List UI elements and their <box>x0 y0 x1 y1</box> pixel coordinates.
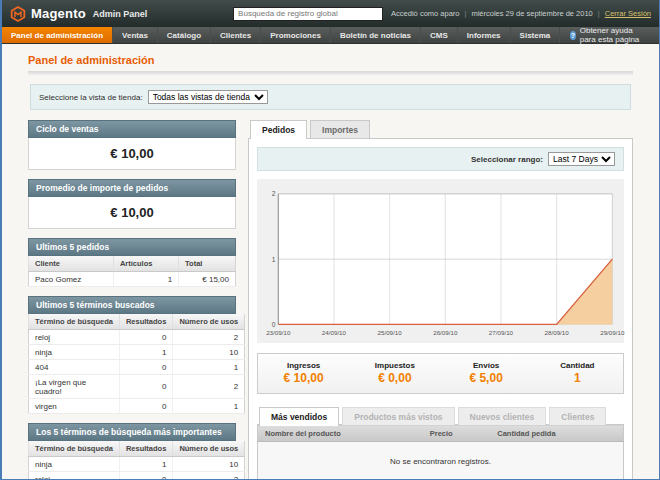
lifetime-sales-value: € 10,00 <box>28 138 236 170</box>
logo-text: Magento <box>31 6 86 21</box>
box-title: Los 5 términos de búsqueda más important… <box>28 423 236 441</box>
cell-term: 404 <box>29 360 120 375</box>
cell-results: 1 <box>119 345 172 360</box>
svg-text:25/09/10: 25/09/10 <box>378 329 403 336</box>
nav-item[interactable]: Boletín de noticias <box>331 27 421 43</box>
stat-label: Impuestos <box>349 361 440 370</box>
cell-term: reloj <box>29 472 120 480</box>
title-divider <box>28 71 633 75</box>
report-tab[interactable]: Nuevos clientes <box>458 407 547 425</box>
svg-text:27/09/10: 27/09/10 <box>489 329 514 336</box>
cell-uses: 10 <box>173 457 245 472</box>
report-tab[interactable]: Más vendidos <box>259 407 339 426</box>
nav-item[interactable]: Sistema <box>511 27 561 43</box>
table-row[interactable]: reloj 0 2 <box>29 330 245 345</box>
column-header: Precio <box>423 425 491 442</box>
svg-text:26/09/10: 26/09/10 <box>433 329 458 336</box>
column-header: Resultados <box>119 441 172 457</box>
nav-item[interactable]: Promociones <box>261 27 331 43</box>
columns: Ciclo de ventas € 10,00 Promedio de impo… <box>28 120 633 480</box>
cell-term: virgen <box>29 399 120 414</box>
table-row[interactable]: reloj 0 2 <box>29 472 245 480</box>
table-row[interactable]: virgen 0 1 <box>29 399 245 414</box>
orders-chart: 01223/09/1024/09/1025/09/1026/09/1027/09… <box>257 179 624 343</box>
stat-value: € 10,00 <box>258 371 349 385</box>
nav-item[interactable]: Ventas <box>113 27 158 43</box>
help-label: Obtener ayuda para esta página <box>580 26 649 44</box>
nav-item[interactable]: Clientes <box>211 27 261 43</box>
bestsellers-table: Nombre del productoPrecioCantidad pedida… <box>257 424 624 480</box>
range-select[interactable]: Last 7 Days <box>548 152 615 166</box>
svg-text:29/09/10: 29/09/10 <box>600 329 625 336</box>
cell-customer: Paco Gomez <box>29 272 114 287</box>
nav-item[interactable]: Panel de administración <box>2 27 113 43</box>
report-tab[interactable]: Productos más vistos <box>342 407 454 425</box>
report-tabs: Más vendidos Productos más vistos Nuevos… <box>257 407 624 425</box>
last-search-terms-box: Ultimos 5 términos buscados Término de b… <box>28 296 236 414</box>
table-header-row: Término de búsquedaResultadosNúmero de u… <box>29 314 245 330</box>
logged-in-as-text: Accedió como aparo <box>391 9 459 18</box>
dashboard-content: Panel de administración Seleccione la vi… <box>2 44 659 480</box>
nav-item[interactable]: Catálogo <box>158 27 211 43</box>
cell-results: 0 <box>119 360 172 375</box>
last-orders-box: Ultimos 5 pedidos ClienteArtículosTotal … <box>28 238 236 287</box>
lifetime-sales-box: Ciclo de ventas € 10,00 <box>28 120 236 170</box>
orders-tab[interactable]: Pedidos <box>250 120 307 139</box>
table-row[interactable]: ninja 1 10 <box>29 457 245 472</box>
cell-uses: 1 <box>173 360 245 375</box>
cell-uses: 2 <box>173 330 245 345</box>
current-date-text: miércoles 29 de septiembre de 2010 <box>471 9 592 18</box>
cell-results: 1 <box>119 457 172 472</box>
orders-tabs: Pedidos Importes <box>248 120 633 138</box>
cell-results: 0 <box>119 375 172 399</box>
global-search-input[interactable] <box>233 7 383 21</box>
cell-results: 0 <box>119 330 172 345</box>
stat-label: Ingresos <box>258 361 349 370</box>
column-header: Número de usos <box>173 314 245 330</box>
table-row[interactable]: ninja 1 10 <box>29 345 245 360</box>
column-header: Artículos <box>113 256 178 272</box>
nav-item[interactable]: CMS <box>421 27 458 43</box>
nav-item[interactable]: Informes <box>458 27 511 43</box>
column-header: Total <box>179 256 236 272</box>
table-row[interactable]: 404 0 1 <box>29 360 245 375</box>
table-header-row: Término de búsquedaResultadosNúmero de u… <box>29 441 245 457</box>
range-label: Seleccionar rango: <box>471 155 543 164</box>
page-title: Panel de administración <box>28 54 633 66</box>
left-column: Ciclo de ventas € 10,00 Promedio de impo… <box>28 120 236 480</box>
average-orders-box: Promedio de importe de pedidos € 10,00 <box>28 179 236 229</box>
column-header: Número de usos <box>173 441 245 457</box>
box-title: Promedio de importe de pedidos <box>28 179 236 197</box>
nav-items: Panel de administración Ventas Catálogo … <box>2 27 560 43</box>
column-header: Término de búsqueda <box>29 314 120 330</box>
table-row[interactable]: Paco Gomez 1 € 15,00 <box>29 272 236 287</box>
cell-term: ninja <box>29 457 120 472</box>
cell-uses: 2 <box>173 472 245 480</box>
help-link[interactable]: ? Obtener ayuda para esta página <box>560 27 659 43</box>
cell-uses: 10 <box>173 345 245 360</box>
svg-text:28/09/10: 28/09/10 <box>545 329 570 336</box>
orders-chart-svg: 01223/09/1024/09/1025/09/1026/09/1027/09… <box>261 185 620 341</box>
table-header-row: Nombre del productoPrecioCantidad pedida <box>258 425 624 442</box>
box-title: Ciclo de ventas <box>28 120 236 138</box>
top-header: Magento Admin Panel Accedió como aparo |… <box>2 0 659 27</box>
orders-tab[interactable]: Importes <box>310 120 370 138</box>
cell-uses: 1 <box>173 399 245 414</box>
cell-items: 1 <box>113 272 178 287</box>
cell-term: ¡La virgen que cuadro! <box>29 375 120 399</box>
cell-results: 0 <box>119 472 172 480</box>
total-stat: Ingresos € 10,00 <box>258 361 349 385</box>
stat-value: 1 <box>532 371 623 385</box>
store-view-select[interactable]: Todas las vistas de tienda <box>148 90 268 104</box>
right-column: Pedidos Importes Seleccionar rango: Last… <box>248 120 633 480</box>
logout-link[interactable]: Cerrar Sesión <box>605 9 651 18</box>
column-header: Cantidad pedida <box>490 425 623 442</box>
svg-text:1: 1 <box>272 256 276 263</box>
main-nav: Panel de administración Ventas Catálogo … <box>2 27 659 44</box>
empty-row: No se encontraron registros. <box>258 442 624 480</box>
report-tab[interactable]: Clientes <box>549 407 606 425</box>
column-header: Cliente <box>29 256 114 272</box>
magento-logo-icon <box>10 6 26 22</box>
cell-uses: 2 <box>173 375 245 399</box>
table-row[interactable]: ¡La virgen que cuadro! 0 2 <box>29 375 245 399</box>
